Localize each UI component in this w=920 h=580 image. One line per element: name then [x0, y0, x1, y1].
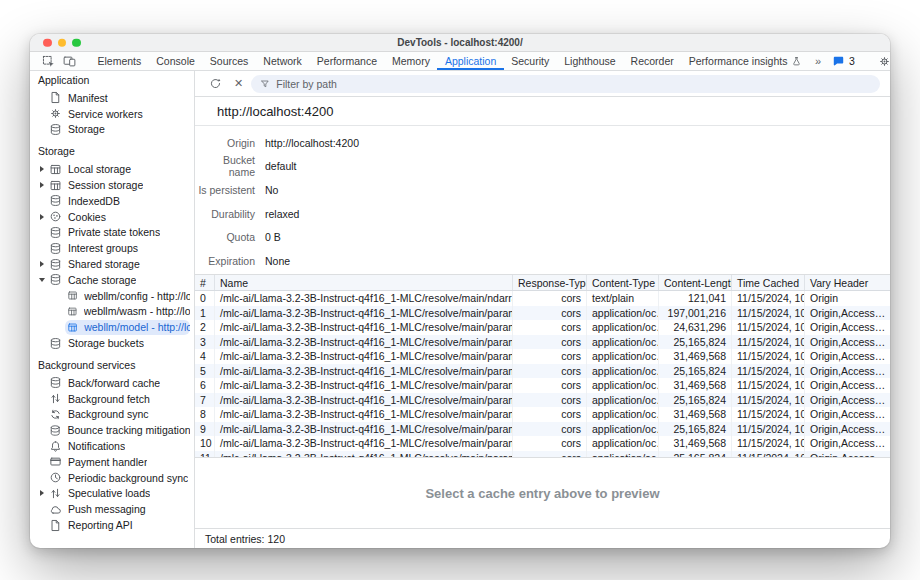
column-header-name[interactable]: Name	[215, 275, 513, 290]
sidebar-item-background-sync[interactable]: Background sync	[30, 407, 194, 423]
chevron-right-icon[interactable]	[37, 182, 47, 188]
tab-application[interactable]: Application	[437, 52, 503, 70]
table-icon	[49, 163, 62, 176]
sidebar-item-local-storage[interactable]: Local storage	[30, 161, 194, 177]
console-messages-indicator[interactable]: 3	[828, 55, 859, 68]
table-row[interactable]: 3/mlc-ai/Llama-3.2-3B-Instruct-q4f16_1-M…	[195, 335, 890, 350]
settings-gear-button[interactable]	[874, 55, 890, 68]
sidebar-item-webllm-model-http-loc[interactable]: webllm/model - http://loc…	[30, 319, 194, 335]
tab-performance-insights[interactable]: Performance insights	[681, 52, 810, 70]
cell-vary-header: Origin,Access…	[805, 393, 890, 408]
cloud-icon	[49, 503, 62, 516]
cell--: 2	[195, 320, 215, 335]
zoom-window-button[interactable]	[72, 38, 81, 47]
sidebar-item-label: Notifications	[68, 440, 125, 452]
column-header-time-cached[interactable]: Time Cached	[732, 275, 805, 290]
tab-network[interactable]: Network	[256, 52, 310, 70]
filter-funnel-icon	[260, 79, 270, 89]
table-row[interactable]: 1/mlc-ai/Llama-3.2-3B-Instruct-q4f16_1-M…	[195, 306, 890, 321]
sidebar-item-manifest[interactable]: Manifest	[30, 90, 194, 106]
sidebar-item-back-forward-cache[interactable]: Back/forward cache	[30, 375, 194, 391]
titlebar[interactable]: DevTools - localhost:4200/	[30, 34, 890, 52]
table-row[interactable]: 11/mlc-ai/Llama-3.2-3B-Instruct-q4f16_1-…	[195, 451, 890, 458]
sidebar-item-label: Cache storage	[68, 274, 136, 286]
sidebar-item-cache-storage[interactable]: Cache storage	[30, 272, 194, 288]
cell-vary-header: Origin,Access…	[805, 335, 890, 350]
database-icon	[49, 194, 62, 207]
cell-time-cached: 11/15/2024, 10…	[732, 378, 805, 393]
sidebar-item-background-fetch[interactable]: Background fetch	[30, 391, 194, 407]
sidebar-item-interest-groups[interactable]: Interest groups	[30, 240, 194, 256]
chevron-right-icon[interactable]	[37, 490, 47, 496]
tab-elements[interactable]: Elements	[90, 52, 149, 70]
column-header-content-length[interactable]: Content-Length	[659, 275, 732, 290]
column-header-response-type[interactable]: Response-Type	[513, 275, 587, 290]
tab-lighthouse[interactable]: Lighthouse	[557, 52, 623, 70]
table-row[interactable]: 0/mlc-ai/Llama-3.2-3B-Instruct-q4f16_1-M…	[195, 291, 890, 306]
cell-content-type: text/plain	[587, 291, 659, 306]
database-icon	[49, 123, 62, 136]
table-row[interactable]: 7/mlc-ai/Llama-3.2-3B-Instruct-q4f16_1-M…	[195, 393, 890, 408]
metadata-value: 0 B	[265, 231, 281, 243]
sidebar-item-notifications[interactable]: Notifications	[30, 438, 194, 454]
filter-input[interactable]	[276, 78, 871, 90]
sidebar-item-storage-buckets[interactable]: Storage buckets	[30, 335, 194, 351]
sidebar-item-service-workers[interactable]: Service workers	[30, 106, 194, 122]
sidebar-item-session-storage[interactable]: Session storage	[30, 177, 194, 193]
status-bar: Total entries: 120	[195, 528, 890, 548]
sidebar-item-payment-handler[interactable]: Payment handler	[30, 454, 194, 470]
table-row[interactable]: 6/mlc-ai/Llama-3.2-3B-Instruct-q4f16_1-M…	[195, 378, 890, 393]
toggle-device-toolbar-button[interactable]	[59, 52, 80, 70]
sidebar-item-webllm-wasm-http-loca[interactable]: webllm/wasm - http://loca…	[30, 304, 194, 320]
chevron-down-icon[interactable]	[37, 278, 47, 282]
chevron-right-icon[interactable]	[37, 261, 47, 267]
tab-console[interactable]: Console	[149, 52, 203, 70]
tab-recorder[interactable]: Recorder	[623, 52, 681, 70]
sidebar-item-periodic-background-sync[interactable]: Periodic background sync	[30, 470, 194, 486]
filter-pill[interactable]	[251, 75, 880, 93]
table-row[interactable]: 9/mlc-ai/Llama-3.2-3B-Instruct-q4f16_1-M…	[195, 422, 890, 437]
column-header-content-type[interactable]: Content-Type	[587, 275, 659, 290]
sidebar-item-speculative-loads[interactable]: Speculative loads	[30, 486, 194, 502]
chevron-right-icon[interactable]	[37, 214, 47, 220]
table-row[interactable]: 8/mlc-ai/Llama-3.2-3B-Instruct-q4f16_1-M…	[195, 407, 890, 422]
tab-performance[interactable]: Performance	[309, 52, 384, 70]
refresh-icon	[209, 77, 222, 90]
refresh-button[interactable]	[205, 77, 226, 90]
sidebar-item-shared-storage[interactable]: Shared storage	[30, 256, 194, 272]
cell-name: /mlc-ai/Llama-3.2-3B-Instruct-q4f16_1-ML…	[215, 349, 513, 364]
cell-time-cached: 11/15/2024, 10…	[732, 422, 805, 437]
cell-name: /mlc-ai/Llama-3.2-3B-Instruct-q4f16_1-ML…	[215, 407, 513, 422]
cell--: 9	[195, 422, 215, 437]
sidebar-item-reporting-api[interactable]: Reporting API	[30, 517, 194, 533]
tab-sources[interactable]: Sources	[202, 52, 256, 70]
sidebar-item-private-state-tokens[interactable]: Private state tokens	[30, 225, 194, 241]
cell-time-cached: 11/15/2024, 10…	[732, 451, 805, 458]
table-row[interactable]: 4/mlc-ai/Llama-3.2-3B-Instruct-q4f16_1-M…	[195, 349, 890, 364]
chevron-right-icon[interactable]	[37, 166, 47, 172]
cell--: 11	[195, 451, 215, 458]
sidebar-item-webllm-config-http-loc[interactable]: webllm/config - http://loc…	[30, 288, 194, 304]
sidebar-item-push-messaging[interactable]: Push messaging	[30, 501, 194, 517]
sidebar-item-cookies[interactable]: Cookies	[30, 209, 194, 225]
sidebar-item-indexeddb[interactable]: IndexedDB	[30, 193, 194, 209]
column-header-vary-header[interactable]: Vary Header	[805, 275, 890, 290]
tab-security[interactable]: Security	[504, 52, 557, 70]
close-window-button[interactable]	[43, 38, 52, 47]
sidebar-item-bounce-tracking-mitigations[interactable]: Bounce tracking mitigations	[30, 422, 194, 438]
tab-memory[interactable]: Memory	[384, 52, 437, 70]
more-tabs-button[interactable]: »	[810, 55, 826, 67]
sidebar-section-header: Background services	[30, 351, 194, 375]
inspect-element-button[interactable]	[38, 52, 59, 70]
minimize-window-button[interactable]	[58, 38, 67, 47]
table-row[interactable]: 5/mlc-ai/Llama-3.2-3B-Instruct-q4f16_1-M…	[195, 364, 890, 379]
table-row[interactable]: 10/mlc-ai/Llama-3.2-3B-Instruct-q4f16_1-…	[195, 436, 890, 451]
metadata-value: relaxed	[265, 208, 299, 220]
sidebar-item-label: Payment handler	[68, 456, 147, 468]
table-row[interactable]: 2/mlc-ai/Llama-3.2-3B-Instruct-q4f16_1-M…	[195, 320, 890, 335]
delete-selected-button[interactable]: ✕	[234, 77, 243, 90]
sidebar-item-storage[interactable]: Storage	[30, 122, 194, 138]
cell-name: /mlc-ai/Llama-3.2-3B-Instruct-q4f16_1-ML…	[215, 378, 513, 393]
column-header--[interactable]: #	[195, 275, 215, 290]
cache-toolbar: ✕	[195, 71, 890, 97]
